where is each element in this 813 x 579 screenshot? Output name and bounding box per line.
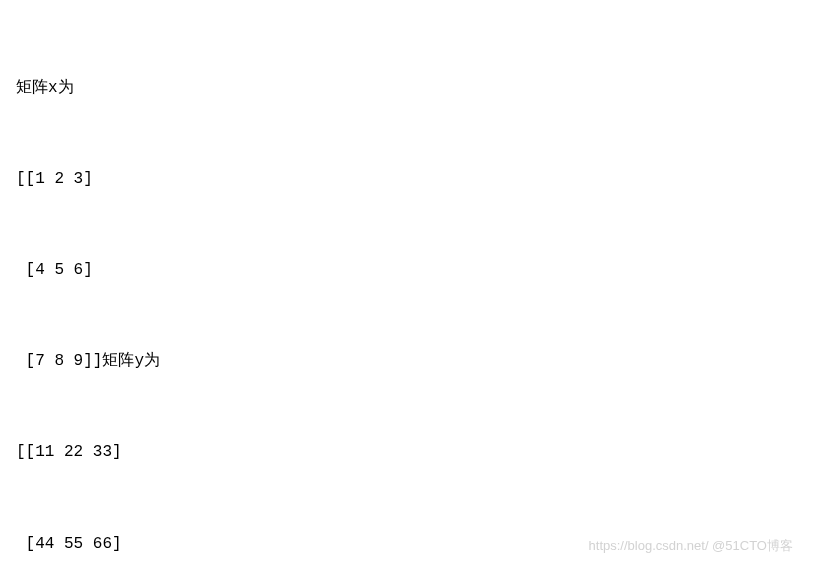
- output-line: [44 55 66]: [16, 529, 797, 559]
- output-line: [7 8 9]]矩阵y为: [16, 346, 797, 376]
- output-line: [4 5 6]: [16, 255, 797, 285]
- output-line: [[1 2 3]: [16, 164, 797, 194]
- output-line: [[11 22 33]: [16, 437, 797, 467]
- output-line: 矩阵x为: [16, 73, 797, 103]
- console-output: 矩阵x为 [[1 2 3] [4 5 6] [7 8 9]]矩阵y为 [[11 …: [16, 12, 797, 579]
